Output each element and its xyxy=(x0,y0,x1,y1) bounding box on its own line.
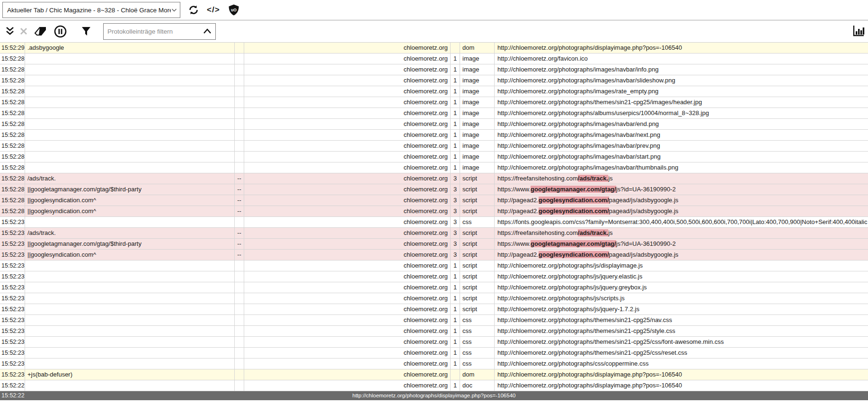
filter-funnel-icon[interactable] xyxy=(78,26,94,36)
cell-filter xyxy=(25,326,235,336)
cell-domain: chloemoretz.org xyxy=(244,228,451,238)
cell-filter xyxy=(25,152,235,162)
log-row[interactable]: 15:52:28/ads/track.--chloemoretz.org3scr… xyxy=(0,173,868,184)
cell-dash xyxy=(235,337,244,347)
cell-time: 15:52:23 xyxy=(0,315,25,325)
cell-dash: -- xyxy=(235,195,244,206)
log-row[interactable]: 15:52:23||googletagmanager.com/gtag/$thi… xyxy=(0,239,868,250)
cell-filter xyxy=(25,64,235,75)
cell-domain: chloemoretz.org xyxy=(244,119,451,129)
cell-type: dom xyxy=(460,369,495,380)
eraser-icon[interactable] xyxy=(31,26,50,37)
cell-count: 3 xyxy=(451,228,460,238)
collapse-all-icon[interactable] xyxy=(3,26,17,36)
logger-toolbar xyxy=(0,20,868,42)
log-row[interactable]: 15:52:28chloemoretz.org1imagehttp://chlo… xyxy=(0,130,868,141)
cell-count: 1 xyxy=(451,326,460,336)
log-row[interactable]: 15:52:28chloemoretz.org1imagehttp://chlo… xyxy=(0,64,868,75)
cell-domain: chloemoretz.org xyxy=(244,304,451,314)
cell-dash xyxy=(235,217,244,227)
pause-icon[interactable] xyxy=(50,25,71,38)
log-filter-input[interactable] xyxy=(104,28,199,35)
cell-filter xyxy=(25,108,235,118)
cell-filter xyxy=(25,260,235,271)
cell-url: http://chloemoretz.org/photographs/theme… xyxy=(495,348,868,358)
log-row[interactable]: 15:52:28||googlesyndication.com^--chloem… xyxy=(0,195,868,206)
log-row[interactable]: 15:52:28||googlesyndication.com^--chloem… xyxy=(0,206,868,217)
cell-type: image xyxy=(460,108,495,118)
clear-log-icon[interactable] xyxy=(17,27,31,36)
cell-type: dom xyxy=(460,43,495,53)
cell-domain: chloemoretz.org xyxy=(244,97,451,108)
log-row[interactable]: 15:52:28chloemoretz.org1imagehttp://chlo… xyxy=(0,86,868,97)
cell-dash xyxy=(235,162,244,173)
log-row[interactable]: 15:52:28chloemoretz.org1imagehttp://chlo… xyxy=(0,108,868,119)
cell-domain: chloemoretz.org xyxy=(244,173,451,184)
cell-dash: -- xyxy=(235,239,244,249)
tab-selector-dropdown[interactable]: Aktueller Tab / Chic Magazine - 8~328 - … xyxy=(2,2,180,18)
cell-filter: ||googletagmanager.com/gtag/$third-party xyxy=(25,184,235,195)
log-row[interactable]: 15:52:22chloemoretz.org1dochttp://chloem… xyxy=(0,380,868,391)
bar-chart-icon[interactable] xyxy=(852,25,865,37)
log-row[interactable]: 15:52:23chloemoretz.org1csshttp://chloem… xyxy=(0,359,868,369)
log-row[interactable]: 15:52:29.adsbygooglechloemoretz.orgdomht… xyxy=(0,43,868,54)
cell-filter: +js(bab-defuser) xyxy=(25,369,235,380)
cell-dash xyxy=(235,130,244,140)
log-row[interactable]: 15:52:23||googlesyndication.com^--chloem… xyxy=(0,250,868,260)
log-row[interactable]: 15:52:28chloemoretz.org1imagehttp://chlo… xyxy=(0,162,868,173)
log-row[interactable]: 15:52:23chloemoretz.org1scripthttp://chl… xyxy=(0,304,868,315)
log-row[interactable]: 15:52:23chloemoretz.org1scripthttp://chl… xyxy=(0,293,868,304)
cell-type: script xyxy=(460,206,495,216)
log-row[interactable]: 15:52:23/ads/track.--chloemoretz.org3scr… xyxy=(0,228,868,239)
cell-type: image xyxy=(460,75,495,86)
log-row[interactable]: 15:52:23chloemoretz.org1csshttp://chloem… xyxy=(0,337,868,348)
cell-url: http://chloemoretz.org/photographs/js/di… xyxy=(495,260,868,271)
log-row[interactable]: 15:52:23chloemoretz.org1csshttp://chloem… xyxy=(0,315,868,326)
log-row[interactable]: 15:52:28chloemoretz.org1imagehttp://chlo… xyxy=(0,54,868,64)
cell-time: 15:52:23 xyxy=(0,217,25,227)
log-row[interactable]: 15:52:28chloemoretz.org1imagehttp://chlo… xyxy=(0,97,868,108)
log-row[interactable]: 15:52:23+js(bab-defuser)chloemoretz.orgd… xyxy=(0,369,868,380)
cell-filter: /ads/track. xyxy=(25,173,235,184)
log-row[interactable]: 15:52:28||googletagmanager.com/gtag/$thi… xyxy=(0,184,868,195)
log-row[interactable]: 15:52:23chloemoretz.org1csshttp://chloem… xyxy=(0,326,868,337)
cell-filter xyxy=(25,359,235,369)
cell-count xyxy=(451,43,460,53)
cell-url: http://chloemoretz.org/photographs/image… xyxy=(495,64,868,75)
page-load-bar[interactable]: 15:52:22 http://chloemoretz.org/photogra… xyxy=(0,391,868,400)
log-row[interactable]: 15:52:28chloemoretz.org1imagehttp://chlo… xyxy=(0,119,868,130)
log-row[interactable]: 15:52:23chloemoretz.org1scripthttp://chl… xyxy=(0,260,868,271)
cell-dash xyxy=(235,304,244,314)
cell-dash xyxy=(235,141,244,151)
ublock-shield-icon[interactable]: uO xyxy=(228,4,240,16)
cell-count: 1 xyxy=(451,260,460,271)
log-row[interactable]: 15:52:23chloemoretz.org3csshttps://fonts… xyxy=(0,217,868,228)
log-row[interactable]: 15:52:28chloemoretz.org1imagehttp://chlo… xyxy=(0,141,868,152)
cell-type: css xyxy=(460,326,495,336)
cell-dash xyxy=(235,369,244,380)
cell-domain: chloemoretz.org xyxy=(244,271,451,282)
cell-filter xyxy=(25,293,235,304)
cell-type: script xyxy=(460,239,495,249)
log-row[interactable]: 15:52:23chloemoretz.org1csshttp://chloem… xyxy=(0,348,868,359)
cell-url: http://chloemoretz.org/photographs/image… xyxy=(495,86,868,97)
code-icon[interactable]: </> xyxy=(207,5,220,15)
cell-time: 15:52:28 xyxy=(0,54,25,64)
caret-up-icon[interactable] xyxy=(199,28,215,35)
svg-text:uO: uO xyxy=(231,8,237,12)
cell-url: http://chloemoretz.org/photographs/js/jq… xyxy=(495,271,868,282)
cell-url: http://chloemoretz.org/photographs/image… xyxy=(495,141,868,151)
log-row[interactable]: 15:52:28chloemoretz.org1imagehttp://chlo… xyxy=(0,152,868,162)
refresh-icon[interactable] xyxy=(188,4,199,16)
cell-dash xyxy=(235,119,244,129)
log-row[interactable]: 15:52:23chloemoretz.org1scripthttp://chl… xyxy=(0,282,868,293)
log-row[interactable]: 15:52:23chloemoretz.org1scripthttp://chl… xyxy=(0,271,868,282)
cell-count: 1 xyxy=(451,75,460,86)
cell-filter xyxy=(25,348,235,358)
cell-dash: -- xyxy=(235,173,244,184)
cell-filter: ||googletagmanager.com/gtag/$third-party xyxy=(25,239,235,249)
cell-dash: -- xyxy=(235,206,244,216)
log-row[interactable]: 15:52:28chloemoretz.org1imagehttp://chlo… xyxy=(0,75,868,86)
cell-url: http://chloemoretz.org/photographs/js/jq… xyxy=(495,282,868,293)
cell-filter xyxy=(25,315,235,325)
